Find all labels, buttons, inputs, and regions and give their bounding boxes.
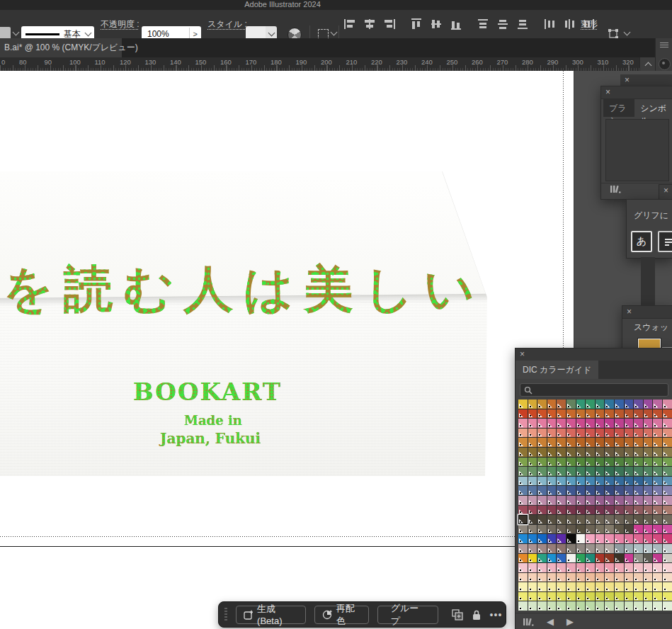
color-swatch[interactable] <box>566 429 576 438</box>
color-swatch[interactable] <box>625 554 634 563</box>
color-swatch[interactable] <box>663 592 672 601</box>
color-swatch[interactable] <box>528 506 537 515</box>
color-swatch[interactable] <box>528 534 537 543</box>
color-swatch[interactable] <box>586 601 595 611</box>
color-swatch[interactable] <box>547 563 557 572</box>
color-swatch[interactable] <box>586 400 595 409</box>
color-swatch[interactable] <box>615 496 624 505</box>
color-swatch[interactable] <box>634 592 643 601</box>
color-swatch[interactable] <box>644 400 653 409</box>
color-swatch[interactable] <box>518 496 528 505</box>
color-swatch[interactable] <box>518 563 528 572</box>
color-swatch[interactable] <box>576 419 586 428</box>
previous-palette-button[interactable]: ◀ <box>547 616 554 627</box>
color-swatch[interactable] <box>625 448 634 457</box>
color-swatch[interactable] <box>518 534 528 543</box>
color-swatch[interactable] <box>634 582 643 591</box>
color-swatch[interactable] <box>653 601 662 611</box>
color-swatch[interactable] <box>557 506 566 515</box>
color-swatch[interactable] <box>596 438 605 447</box>
color-swatch[interactable] <box>653 458 662 467</box>
color-swatch[interactable] <box>528 477 537 486</box>
color-swatch[interactable] <box>566 525 576 534</box>
color-swatch[interactable] <box>596 554 605 563</box>
close-icon[interactable]: × <box>664 186 668 196</box>
color-swatch[interactable] <box>557 458 566 467</box>
color-swatch[interactable] <box>644 438 653 447</box>
distribute-horizontal-center-icon[interactable] <box>562 17 576 31</box>
color-swatch[interactable] <box>615 601 624 611</box>
color-swatch[interactable] <box>576 467 586 476</box>
color-swatch[interactable] <box>653 534 662 543</box>
distribute-vertical-center-icon[interactable] <box>496 17 510 31</box>
color-swatch[interactable] <box>537 582 547 591</box>
color-swatch[interactable] <box>557 419 566 428</box>
align-vertical-bottom-icon[interactable] <box>449 17 463 31</box>
color-swatch[interactable] <box>644 486 653 495</box>
color-swatch[interactable] <box>644 477 653 486</box>
align-horizontal-right-icon[interactable] <box>382 17 397 31</box>
color-swatch[interactable] <box>576 563 586 572</box>
tab-swatches[interactable]: スウォッ <box>634 322 668 334</box>
color-swatch[interactable] <box>518 582 528 591</box>
color-swatch[interactable] <box>547 429 557 438</box>
color-swatch[interactable] <box>576 544 586 553</box>
color-swatch[interactable] <box>566 477 576 486</box>
color-swatch[interactable] <box>644 506 653 515</box>
color-swatch[interactable] <box>547 582 557 591</box>
color-swatch[interactable] <box>653 419 662 428</box>
color-swatch[interactable] <box>605 506 614 515</box>
copy-plus-icon[interactable] <box>452 609 464 620</box>
color-swatch[interactable] <box>518 573 528 582</box>
color-swatch[interactable] <box>557 400 566 409</box>
color-swatch[interactable] <box>625 477 634 486</box>
tab-symbols[interactable]: シンボル <box>634 98 672 117</box>
color-swatch[interactable] <box>663 400 672 409</box>
color-swatch[interactable] <box>537 429 547 438</box>
color-swatch[interactable] <box>625 534 634 543</box>
color-swatch[interactable] <box>528 400 537 409</box>
color-swatch[interactable] <box>663 525 672 534</box>
tab-snap-to-glyph[interactable]: グリフに <box>634 210 668 222</box>
color-swatch[interactable] <box>586 429 595 438</box>
color-swatch[interactable] <box>615 467 624 476</box>
tab-dic-color-guide[interactable]: DIC カラーガイド <box>516 361 598 379</box>
color-swatch[interactable] <box>586 419 595 428</box>
libraries-icon[interactable] <box>610 185 621 193</box>
color-swatch[interactable] <box>557 515 566 524</box>
color-swatch[interactable] <box>586 506 595 515</box>
color-swatch[interactable] <box>596 601 605 611</box>
color-swatch[interactable] <box>615 458 624 467</box>
color-swatch[interactable] <box>547 448 557 457</box>
color-swatch[interactable] <box>605 544 614 553</box>
color-swatch[interactable] <box>537 573 547 582</box>
color-swatch[interactable] <box>596 448 605 457</box>
color-swatch[interactable] <box>605 400 614 409</box>
color-swatch[interactable] <box>557 486 566 495</box>
color-swatch[interactable] <box>605 419 614 428</box>
distribute-horizontal-left-icon[interactable] <box>542 17 557 31</box>
color-swatch[interactable] <box>547 409 557 419</box>
color-swatch[interactable] <box>547 554 557 563</box>
align-horizontal-left-icon[interactable] <box>343 17 357 31</box>
color-swatch[interactable] <box>596 477 605 486</box>
color-swatch[interactable] <box>537 458 547 467</box>
color-swatch[interactable] <box>528 601 537 611</box>
color-swatch[interactable] <box>528 515 537 524</box>
color-swatch[interactable] <box>586 582 595 591</box>
canvas[interactable]: を読む人は美しい を読む人は美しい を読む人は美しい BOOKART BOOKA… <box>0 71 574 629</box>
color-swatch[interactable] <box>644 525 653 534</box>
color-swatch[interactable] <box>663 448 672 457</box>
color-swatch[interactable] <box>576 592 586 601</box>
color-swatch[interactable] <box>615 554 624 563</box>
color-swatch[interactable] <box>547 486 557 495</box>
color-swatch[interactable] <box>615 563 624 572</box>
color-swatch[interactable] <box>634 419 643 428</box>
color-swatch[interactable] <box>634 467 643 476</box>
color-swatch[interactable] <box>634 525 643 534</box>
color-swatch[interactable] <box>586 448 595 457</box>
color-swatch[interactable] <box>566 601 576 611</box>
color-swatch[interactable] <box>596 544 605 553</box>
color-swatch[interactable] <box>605 438 614 447</box>
color-swatch[interactable] <box>625 486 634 495</box>
